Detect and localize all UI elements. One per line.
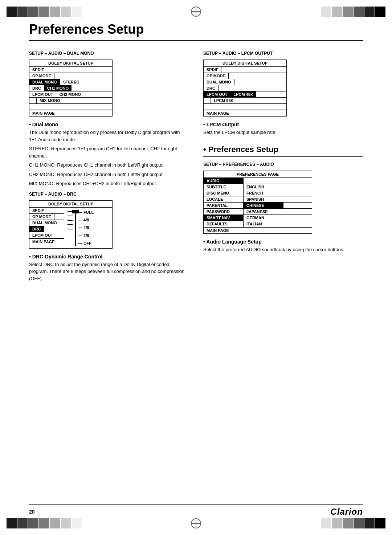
pref-cell-spanish: SPANISH [244, 196, 283, 202]
menu-row: OP MODE [204, 73, 286, 79]
drc-table-title: DOLBY DIGITAL SETUP [29, 201, 112, 208]
menu-row: SPDIF [29, 208, 64, 214]
menu-cell-dualmono: DUAL MONO [29, 79, 60, 85]
drc-slider-visual: — FULL — 4/8 — 4/8 — 2/8 — OFF [68, 210, 109, 246]
menu-cell-empty [204, 98, 211, 103]
menu-cell-empty [29, 98, 37, 103]
page-number: 20 [29, 509, 35, 515]
menu-row: DRC [204, 85, 286, 91]
tick-row [68, 211, 73, 212]
brand-name: Clarion [330, 507, 363, 517]
menu-cell-dualmono: DUAL MONO [204, 79, 234, 85]
menu-cell-mainpage: MAIN PAGE [29, 110, 58, 116]
menu-row: DUAL MONO [204, 79, 286, 85]
menu-cell-drc: DRC [29, 226, 44, 232]
top-crosshair [191, 7, 201, 17]
pref-table-title: PREFERENCES PAGE [204, 171, 312, 178]
menu-cell-spdif: SPDIF [204, 67, 221, 73]
menu-row: SPDIF [29, 67, 112, 73]
menu-row: OP MODE [29, 214, 64, 220]
dual-mono-text-4: CH2 MONO: Reproduces CH2 channel in both… [29, 171, 189, 178]
menu-row: LPCM OUT [29, 232, 64, 238]
lpcm-bullet: LPCM Output Sets the LPCM output sample … [203, 122, 363, 136]
dual-mono-table: DOLBY DIGITAL SETUP SPDIF OP MODE DUAL M… [29, 60, 113, 117]
drc-label-48b: — 4/8 [78, 225, 94, 230]
menu-row: LPCM OUT CH2 MONO [29, 91, 112, 98]
menu-cell-empty [221, 67, 228, 73]
top-right-decoration [321, 7, 385, 17]
pref-row: DISC MENU FRENCH [204, 190, 312, 196]
pref-cell-german: GERMAN [244, 215, 283, 221]
pref-row: DEFAULTS ITALIAN [204, 221, 312, 227]
bottom-right-decoration [321, 518, 385, 528]
drc-content: SPDIF OP MODE DUAL MONO DRC LPCM OUT [29, 208, 112, 248]
menu-cell-stereo: STEREO [60, 79, 82, 85]
menu-footer: MAIN PAGE [29, 238, 64, 245]
pref-cell-english: ENGLISH [244, 184, 283, 190]
menu-cell-empty [54, 73, 61, 79]
pref-cell-empty [244, 178, 283, 184]
menu-row: OP MODE [29, 73, 112, 79]
pref-setup-header: SETUP – PREFERENCES – AUDIO [203, 162, 363, 167]
page-footer: 20 Clarion [29, 504, 363, 517]
menu-cell-empty [219, 85, 225, 91]
lpcm-table-title: DOLBY DIGITAL SETUP [204, 60, 286, 67]
menu-row: DUAL MONO [29, 220, 64, 226]
menu-row-spacer [204, 104, 286, 110]
dual-mono-text-3: CH1 MONO: Reproduces CH1 channel in both… [29, 162, 189, 169]
menu-row: DUAL MONO STEREO [29, 79, 112, 85]
menu-cell-spdif: SPDIF [29, 67, 47, 73]
drc-label-28: — 2/8 [78, 233, 94, 238]
audio-language-bullet: Audio Language Setup Select the preferre… [203, 239, 363, 253]
tick-row [68, 224, 73, 225]
menu-cell-opmode: OP MODE [204, 73, 229, 79]
tick-mark [68, 211, 73, 212]
title-rule [29, 40, 363, 41]
pref-row: SUBTITLE ENGLISH [204, 184, 312, 190]
tick-mark [68, 216, 73, 216]
dual-mono-header: SETUP – AUDIO – DUAL MONO [29, 51, 189, 56]
drc-label-off: — OFF [78, 241, 94, 245]
main-two-col: SETUP – AUDIO – DUAL MONO DOLBY DIGITAL … [29, 51, 363, 286]
menu-cell-spdif: SPDIF [29, 208, 47, 213]
pref-cell-subtitle: SUBTITLE [204, 184, 244, 190]
menu-cell-lpcmout: LPCM OUT [29, 232, 56, 238]
menu-row: LPCM OUT LPCM 48K [204, 91, 286, 98]
lpcm-bullet-title: LPCM Output [203, 122, 363, 127]
tick-row [68, 220, 73, 221]
drc-bullet-text: Select DRC to adjust the dynamic range o… [29, 261, 189, 282]
bottom-crosshair [191, 518, 201, 528]
pref-cell-chinese: CHINESE [244, 203, 283, 208]
pref-cell-password: PASSWORD [204, 209, 244, 215]
menu-cell-empty [229, 73, 236, 79]
col-right: SETUP – AUDIO – LPCM OUTPUT DOLBY DIGITA… [203, 51, 363, 286]
pref-section-title: Preferences Setup [203, 145, 363, 154]
menu-footer: MAIN PAGE [204, 110, 286, 116]
page-title: Preferences Setup [29, 22, 363, 37]
pref-row: PASSWORD JAPANESE [204, 209, 312, 215]
drc-left-col: SPDIF OP MODE DUAL MONO DRC LPCM OUT [29, 208, 64, 248]
menu-cell-lpcm96k: LPCM 96K [211, 98, 236, 103]
drc-label-48a: — 4/8 [78, 218, 94, 222]
dual-mono-table-title: DOLBY DIGITAL SETUP [29, 60, 112, 67]
drc-labels: — FULL — 4/8 — 4/8 — 2/8 — OFF [78, 210, 94, 246]
pref-cell-italian: ITALIAN [244, 221, 283, 227]
dual-mono-text-5: MIX MONO: Reproduces CH1+CH2 in both Lef… [29, 180, 189, 187]
audio-language-text: Select the preferred AUDIO soundtrack by… [203, 246, 363, 253]
pref-cell-audio: AUDIO [204, 178, 244, 184]
dual-mono-text-1: The Dual mono reproduction only process … [29, 129, 189, 143]
drc-ticks [68, 210, 73, 229]
menu-footer: MAIN PAGE [29, 110, 112, 116]
menu-row: MIX MONO [29, 98, 112, 104]
pref-cell-mainpage: MAIN PAGE [204, 228, 244, 233]
pref-table: PREFERENCES PAGE AUDIO SUBTITLE ENGLISH … [203, 171, 312, 234]
menu-cell-dualmono: DUAL MONO [29, 220, 60, 226]
page-content: Preferences Setup SETUP – AUDIO – DUAL M… [0, 0, 392, 315]
pref-row: PARENTAL CHINESE [204, 203, 312, 209]
pref-cell-locale: LOCALE [204, 196, 244, 202]
drc-header: SETUP – AUDIO – DRC [29, 192, 189, 197]
menu-cell-mixmono: MIX MONO [37, 98, 63, 103]
pref-row: LOCALE SPANISH [204, 196, 312, 203]
drc-label-full: — FULL [78, 210, 94, 215]
menu-cell-drc: DRC [204, 85, 219, 91]
